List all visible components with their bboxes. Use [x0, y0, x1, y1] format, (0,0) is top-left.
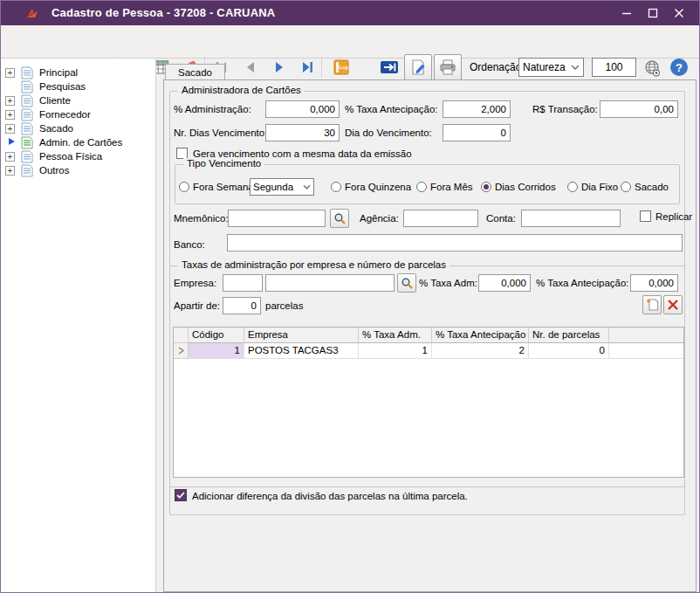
cell-codigo[interactable]: 1 — [189, 343, 244, 359]
taxa-antecipacao-label: % Taxa Antecipação: — [345, 102, 438, 116]
radio-fora-quinzena-label: Fora Quinzena — [345, 180, 411, 194]
dia-vencimento-input[interactable] — [443, 124, 511, 141]
grid-col-codigo[interactable]: Código — [189, 328, 244, 343]
cell-nr-parcelas[interactable]: 0 — [529, 343, 609, 359]
adicionar-diferenca-label: Adicionar diferença da divisão das parce… — [192, 489, 468, 503]
semana-combobox[interactable]: Segunda — [250, 178, 314, 196]
conta-input[interactable] — [521, 210, 621, 227]
radio-dia-fixo-label: Dia Fixo — [581, 180, 618, 194]
sidebar-item-principal[interactable]: + Principal — [1, 66, 155, 79]
banco-input[interactable] — [227, 234, 683, 252]
radio-dias-corridos-label: Dias Corridos — [495, 180, 556, 194]
administracao-input[interactable] — [265, 100, 340, 118]
tab-page-sacado: Administradora de Cartões % Administraçã… — [163, 79, 697, 592]
expand-plus-icon[interactable]: + — [5, 110, 15, 120]
taxa-adm-label: % Taxa Adm: — [419, 276, 477, 290]
empresa-nome-input[interactable] — [265, 274, 395, 292]
delete-parcela-button[interactable] — [663, 295, 683, 314]
transacao-input[interactable] — [600, 100, 678, 118]
empresa-label: Empresa: — [174, 276, 216, 290]
minimize-button[interactable] — [614, 1, 640, 25]
dia-vencimento-label: Dia do Vencimento: — [345, 126, 432, 140]
replicar-checkbox[interactable] — [640, 210, 651, 222]
maximize-button[interactable] — [640, 1, 666, 25]
radio-dias-corridos[interactable] — [481, 182, 491, 192]
close-button[interactable] — [666, 1, 692, 25]
group-admin-title: Administradora de Cartões — [178, 85, 305, 95]
expand-plus-icon[interactable]: + — [5, 124, 15, 134]
document-icon — [21, 80, 33, 93]
sidebar-item-outros[interactable]: + Outros — [1, 163, 155, 177]
navigation-tree: + Principal Pesquisas + Cliente + — [1, 59, 156, 592]
grid-col-taxa-adm[interactable]: % Taxa Adm. — [359, 328, 432, 343]
radio-fora-mes[interactable] — [416, 182, 427, 192]
taxa-antecipacao2-input[interactable] — [630, 274, 678, 292]
taxa-antecipacao-input[interactable] — [443, 100, 511, 118]
document-icon — [21, 66, 33, 79]
tab-sacado[interactable]: Sacado — [165, 64, 225, 80]
sidebar-item-label: Admin. de Cartões — [39, 137, 122, 148]
tipo-vencimento-title: Tipo Vencimento — [183, 158, 264, 169]
dias-vencimento-label: Nr. Dias Vencimento: — [174, 126, 267, 140]
add-parcela-button[interactable] — [642, 295, 662, 314]
grid-data-row[interactable]: 1 POSTOS TACGAS3 1 2 0 — [174, 343, 683, 359]
document-icon — [21, 122, 33, 135]
empresa-search-button[interactable] — [397, 273, 416, 293]
main-area: Sacado Administradora de Cartões % Admin… — [163, 59, 697, 592]
cell-taxa-adm[interactable]: 1 — [359, 343, 432, 359]
sidebar-item-cliente[interactable]: + Cliente — [1, 93, 155, 107]
radio-dia-fixo[interactable] — [567, 182, 578, 192]
radio-fora-semana[interactable] — [179, 182, 189, 192]
group-taxas-title: Taxas de administração por empresa e núm… — [178, 259, 450, 270]
banco-label: Banco: — [174, 238, 205, 252]
sidebar-item-label: Pesquisas — [39, 81, 86, 92]
mnemonico-label: Mnemônico: — [174, 211, 229, 225]
document-icon — [21, 150, 33, 163]
cell-empresa[interactable]: POSTOS TACGAS3 — [244, 343, 359, 359]
radio-sacado[interactable] — [621, 182, 631, 192]
radio-fora-mes-label: Fora Mês — [430, 180, 473, 194]
grid-header-row: Código Empresa % Taxa Adm. % Taxa Anteci… — [174, 328, 683, 343]
expand-plus-icon[interactable]: + — [5, 152, 15, 162]
radio-sacado-label: Sacado — [635, 180, 669, 194]
check-icon — [176, 492, 185, 499]
row-indicator-icon — [174, 343, 189, 359]
sidebar-item-pessoa-fisica[interactable]: + Pessoa Física — [1, 149, 155, 163]
document-icon — [21, 94, 33, 107]
apartir-label: Apartir de: — [174, 299, 220, 313]
grid-col-taxa-antecipacao[interactable]: % Taxa Antecipação — [432, 328, 529, 343]
grid-col-nr-parcelas[interactable]: Nr. de parcelas — [529, 328, 609, 343]
window-title: Cadastro de Pessoa - 37208 - CARUANA — [51, 6, 275, 19]
apartir-input[interactable] — [223, 297, 261, 314]
document-icon — [21, 164, 33, 177]
radio-fora-quinzena[interactable] — [331, 182, 341, 192]
agencia-input[interactable] — [403, 210, 478, 227]
titlebar[interactable]: Cadastro de Pessoa - 37208 - CARUANA — [1, 1, 699, 25]
sidebar-item-fornecedor[interactable]: + Fornecedor — [1, 107, 155, 121]
conta-label: Conta: — [486, 211, 516, 225]
expand-plus-icon[interactable]: + — [5, 166, 15, 176]
transacao-label: R$ Transação: — [532, 102, 598, 116]
taxa-adm-input[interactable] — [478, 274, 531, 292]
cell-taxa-antecipacao[interactable]: 2 — [432, 343, 529, 359]
adicionar-diferenca-checkbox[interactable] — [175, 489, 187, 501]
grid-header-filler — [609, 328, 683, 343]
mnemonico-search-button[interactable] — [330, 209, 349, 228]
sidebar-item-label: Fornecedor — [39, 109, 91, 120]
grid-col-empresa[interactable]: Empresa — [244, 328, 359, 343]
mnemonico-input[interactable] — [228, 210, 326, 227]
sidebar-item-pesquisas[interactable]: Pesquisas — [1, 79, 155, 93]
agencia-label: Agência: — [360, 211, 399, 225]
sidebar-item-sacado[interactable]: + Sacado — [1, 121, 155, 135]
parcelas-label: parcelas — [265, 299, 303, 313]
administracao-label: % Administração: — [174, 102, 251, 116]
dias-vencimento-input[interactable] — [265, 124, 340, 141]
empresa-codigo-input[interactable] — [223, 274, 263, 292]
taxa-antecipacao2-label: % Taxa Antecipação: — [536, 276, 629, 290]
sidebar-item-admin-cartoes[interactable]: Admin. de Cartões — [1, 135, 155, 149]
expand-plus-icon[interactable]: + — [5, 68, 15, 78]
expand-plus-icon[interactable]: + — [5, 96, 15, 106]
semana-value: Segunda — [253, 182, 303, 192]
sidebar-item-label: Outros — [39, 165, 70, 176]
chevron-down-icon — [303, 184, 311, 190]
